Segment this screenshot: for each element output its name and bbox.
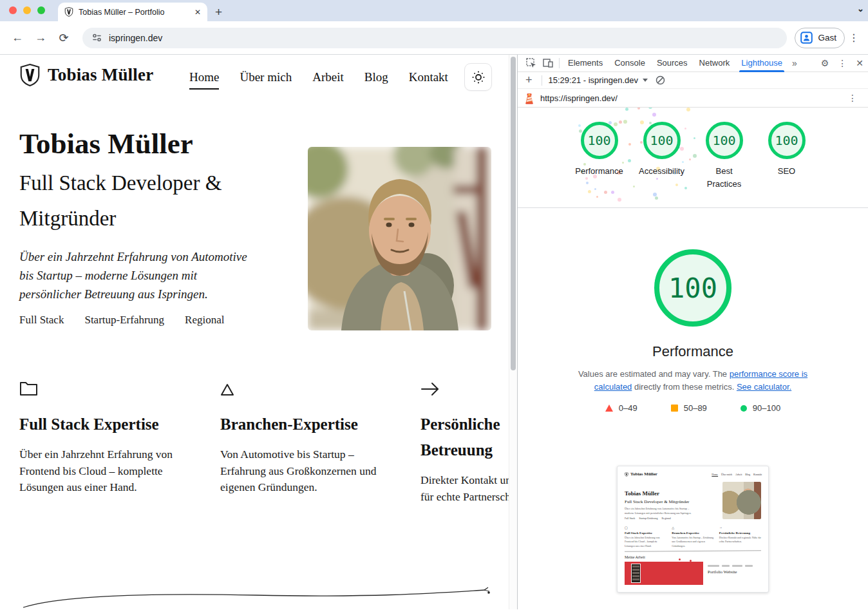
hero-tags: Full Stack Startup-Erfahrung Regional [19, 314, 225, 327]
mini-brand: Tobias Müller [630, 472, 657, 477]
reload-button[interactable]: ⟳ [53, 27, 75, 49]
arrow-right-icon [420, 377, 509, 396]
more-tabs-icon[interactable]: » [788, 58, 801, 68]
legend-label: 90–100 [753, 403, 780, 413]
confetti-dot [611, 191, 614, 194]
report-selector-label: 15:29:21 - ispringen.dev [549, 75, 638, 85]
final-screenshot-thumbnail[interactable]: Tobias Müller Home Über mich Arbeit Blog… [617, 466, 769, 593]
site-settings-icon[interactable] [91, 32, 102, 43]
nav-kontakt[interactable]: Kontakt [409, 70, 448, 90]
gauge-performance[interactable]: 100 Performance [568, 122, 630, 191]
page-scrollbar[interactable] [509, 55, 517, 609]
browser-menu-icon[interactable]: ⋮ [846, 32, 862, 44]
mini-nav-item: Blog [745, 473, 750, 476]
gauge-score: 100 [706, 122, 743, 159]
chevron-down-icon [643, 79, 648, 82]
see-calculator-link[interactable]: See calculator. [737, 382, 791, 392]
mini-triangle-icon: △ [672, 526, 713, 530]
new-tab-button[interactable]: + [215, 5, 222, 19]
mini-portrait [722, 482, 761, 519]
devtools-tab-bar: Elements Console Sources Network Lightho… [518, 55, 868, 72]
mini-card-body: Über ein Jahrzehnt Erfahrung von Fronten… [625, 536, 666, 548]
confetti-dot [637, 108, 640, 110]
tab-sources[interactable]: Sources [651, 55, 693, 72]
gauge-label: Best Practices [702, 165, 747, 191]
site-logo-row[interactable]: Tobias Müller [19, 63, 153, 87]
tag-startup-erfahrung: Startup-Erfahrung [84, 314, 164, 327]
close-window-button[interactable] [9, 6, 17, 14]
mini-work-heading: Meine Arbeit [625, 555, 645, 559]
nav-arbeit[interactable]: Arbeit [312, 70, 344, 90]
nav-home[interactable]: Home [189, 70, 219, 90]
card-title: Branchen-Expertise [220, 412, 382, 437]
clear-reports-icon[interactable] [656, 75, 665, 85]
tab-network[interactable]: Network [693, 55, 736, 72]
category-gauges: 100 Performance 100 Accessibility 100 Be… [518, 122, 868, 191]
url-text: ispringen.dev [109, 33, 162, 43]
nav-blog[interactable]: Blog [364, 70, 388, 90]
note-text: directly from these metrics. [632, 382, 737, 392]
devtools-close-icon[interactable]: ✕ [851, 58, 868, 68]
devtools-menu-icon[interactable]: ⋮ [833, 58, 851, 68]
mini-card-title: Branchen-Expertise [672, 531, 713, 535]
report-url: https://ispringen.dev/ [540, 93, 618, 103]
mini-hero-title: Tobias Müller [625, 490, 659, 497]
mini-project-meta [708, 565, 753, 567]
maximize-window-button[interactable] [37, 6, 45, 14]
report-selector[interactable]: 15:29:21 - ispringen.dev [549, 75, 648, 85]
mini-dot [679, 558, 681, 560]
tab-lighthouse[interactable]: Lighthouse [735, 55, 788, 72]
card-title: Persönliche Betreuung [420, 412, 509, 463]
lighthouse-toolbar: + 15:29:21 - ispringen.dev [518, 72, 868, 89]
report-menu-icon[interactable]: ⋮ [844, 93, 862, 103]
window-controls [9, 6, 45, 14]
legend-pass: 90–100 [741, 403, 780, 413]
theme-toggle-button[interactable] [464, 63, 492, 91]
browser-toolbar: ← → ⟳ ispringen.dev Gast ⋮ [0, 21, 868, 55]
forward-button[interactable]: → [30, 27, 52, 49]
hero-tagline: Über ein Jahrzehnt Erfahrung von Automot… [19, 247, 259, 303]
mini-folder-icon: ▢ [625, 526, 666, 530]
devtools-settings-gear-icon[interactable]: ⚙ [816, 58, 834, 68]
gauge-seo[interactable]: 100 SEO [755, 122, 818, 191]
red-triangle-icon [605, 405, 613, 412]
tab-close-icon[interactable]: ✕ [194, 8, 201, 17]
mini-card: → Persönliche Betreuung Direkter Kontakt… [719, 526, 761, 548]
mini-nav-item: Kontakt [753, 473, 762, 476]
report-url-row: https://ispringen.dev/ ⋮ [518, 89, 868, 108]
nav-ueber-mich[interactable]: Über mich [240, 70, 292, 90]
mini-header: Tobias Müller [625, 472, 657, 477]
tab-console[interactable]: Console [609, 55, 651, 72]
confetti-dot [596, 196, 598, 198]
green-circle-icon [741, 405, 747, 412]
profile-label: Gast [818, 33, 836, 43]
address-bar[interactable]: ispringen.dev [82, 28, 787, 48]
tab-elements[interactable]: Elements [562, 55, 609, 72]
gauge-accessibility[interactable]: 100 Accessibility [630, 122, 693, 191]
content-area: Tobias Müller Home Über mich Arbeit Blog… [0, 55, 868, 609]
confetti-dot [648, 108, 652, 109]
card-persoenliche-betreuung: Persönliche Betreuung Direkter Kontakt u… [420, 377, 509, 505]
legend-label: 50–89 [684, 403, 707, 413]
inspect-element-icon[interactable] [523, 55, 540, 71]
browser-tab[interactable]: Tobias Müller – Portfolio ✕ [58, 3, 207, 21]
mini-tag: Regional [661, 517, 670, 520]
profile-button[interactable]: Gast [795, 28, 845, 48]
new-report-icon[interactable]: + [523, 73, 535, 87]
back-button[interactable]: ← [6, 27, 28, 49]
tab-strip: Tobias Müller – Portfolio ✕ + ⌄ [0, 0, 868, 21]
mini-nav-item: Über mich [721, 473, 732, 476]
gauge-best-practices[interactable]: 100 Best Practices [693, 122, 755, 191]
tab-search-chevron-icon[interactable]: ⌄ [857, 4, 864, 14]
site-nav: Home Über mich Arbeit Blog Kontakt [189, 70, 448, 90]
device-toolbar-icon[interactable] [540, 55, 556, 71]
mini-card: △ Branchen-Expertise Von Automotive bis … [672, 526, 713, 548]
minimize-window-button[interactable] [23, 6, 31, 14]
card-body: Über ein Jahrzehnt Erfahrung von Fronten… [19, 446, 182, 496]
scrollbar-thumb[interactable] [511, 57, 516, 370]
gauge-label: Accessibility [639, 165, 684, 178]
performance-section-title: Performance [518, 343, 868, 360]
browser-window: Tobias Müller – Portfolio ✕ + ⌄ ← → ⟳ is… [0, 0, 868, 610]
mini-tag: Full Stack [625, 517, 635, 520]
tag-full-stack: Full Stack [19, 314, 64, 327]
